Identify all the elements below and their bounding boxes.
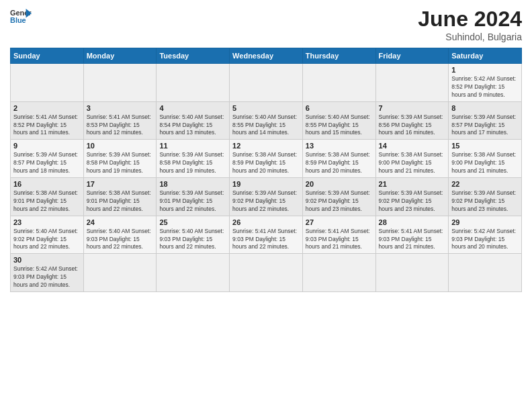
- day-number: 20: [306, 180, 373, 188]
- day-info: Sunrise: 5:38 AM Sunset: 9:00 PM Dayligh…: [451, 151, 519, 175]
- day-info: Sunrise: 5:38 AM Sunset: 9:01 PM Dayligh…: [87, 189, 154, 214]
- day-number: 16: [13, 180, 81, 188]
- table-row: 22Sunrise: 5:39 AM Sunset: 9:02 PM Dayli…: [449, 178, 522, 216]
- table-row: 21Sunrise: 5:39 AM Sunset: 9:02 PM Dayli…: [375, 178, 449, 216]
- table-row: 24Sunrise: 5:40 AM Sunset: 9:03 PM Dayli…: [83, 216, 157, 254]
- day-number: 22: [451, 180, 519, 188]
- table-row: [449, 254, 522, 292]
- header-wednesday: Wednesday: [230, 48, 303, 64]
- day-number: 9: [13, 142, 81, 150]
- generalblue-logo-icon: General Blue: [10, 7, 32, 26]
- table-row: [157, 254, 230, 292]
- header-sunday: Sunday: [11, 48, 84, 64]
- table-row: [83, 254, 157, 292]
- table-row: 8Sunrise: 5:39 AM Sunset: 8:57 PM Daylig…: [449, 101, 522, 140]
- day-info: Sunrise: 5:38 AM Sunset: 9:01 PM Dayligh…: [13, 189, 81, 214]
- week-row-4: 16Sunrise: 5:38 AM Sunset: 9:01 PM Dayli…: [11, 178, 522, 216]
- table-row: 6Sunrise: 5:40 AM Sunset: 8:55 PM Daylig…: [302, 101, 375, 140]
- day-number: 26: [232, 218, 300, 226]
- day-info: Sunrise: 5:39 AM Sunset: 8:58 PM Dayligh…: [87, 151, 154, 175]
- table-row: 20Sunrise: 5:39 AM Sunset: 9:02 PM Dayli…: [302, 178, 375, 216]
- day-number: 30: [13, 256, 81, 264]
- day-info: Sunrise: 5:40 AM Sunset: 9:02 PM Dayligh…: [13, 228, 81, 252]
- day-number: 3: [87, 104, 154, 112]
- day-info: Sunrise: 5:40 AM Sunset: 9:03 PM Dayligh…: [87, 228, 154, 252]
- table-row: 19Sunrise: 5:39 AM Sunset: 9:02 PM Dayli…: [230, 178, 303, 216]
- table-row: 12Sunrise: 5:38 AM Sunset: 8:59 PM Dayli…: [230, 140, 303, 178]
- day-info: Sunrise: 5:38 AM Sunset: 8:59 PM Dayligh…: [232, 151, 300, 175]
- day-number: 21: [379, 180, 446, 188]
- day-number: 27: [306, 218, 373, 226]
- day-info: Sunrise: 5:41 AM Sunset: 9:03 PM Dayligh…: [379, 228, 446, 252]
- table-row: 3Sunrise: 5:41 AM Sunset: 8:53 PM Daylig…: [83, 101, 157, 140]
- table-row: 29Sunrise: 5:42 AM Sunset: 9:03 PM Dayli…: [449, 216, 522, 254]
- table-row: [302, 64, 375, 102]
- day-number: 11: [159, 142, 226, 150]
- table-row: 7Sunrise: 5:39 AM Sunset: 8:56 PM Daylig…: [375, 101, 449, 140]
- day-info: Sunrise: 5:42 AM Sunset: 8:52 PM Dayligh…: [451, 75, 519, 99]
- day-info: Sunrise: 5:39 AM Sunset: 8:57 PM Dayligh…: [13, 151, 81, 175]
- day-info: Sunrise: 5:41 AM Sunset: 9:03 PM Dayligh…: [306, 228, 373, 252]
- table-row: 25Sunrise: 5:40 AM Sunset: 9:03 PM Dayli…: [157, 216, 230, 254]
- day-info: Sunrise: 5:41 AM Sunset: 8:52 PM Dayligh…: [13, 113, 81, 138]
- table-row: 30Sunrise: 5:42 AM Sunset: 9:03 PM Dayli…: [11, 254, 84, 292]
- table-row: [230, 254, 303, 292]
- table-row: 23Sunrise: 5:40 AM Sunset: 9:02 PM Dayli…: [11, 216, 84, 254]
- day-info: Sunrise: 5:41 AM Sunset: 9:03 PM Dayligh…: [232, 228, 300, 252]
- header: General Blue June 2024 Suhindol, Bulgari…: [10, 7, 522, 42]
- header-saturday: Saturday: [449, 48, 522, 64]
- week-row-1: 1Sunrise: 5:42 AM Sunset: 8:52 PM Daylig…: [11, 64, 522, 102]
- day-number: 1: [451, 66, 519, 74]
- location-subtitle: Suhindol, Bulgaria: [418, 32, 522, 42]
- header-tuesday: Tuesday: [157, 48, 230, 64]
- table-row: 16Sunrise: 5:38 AM Sunset: 9:01 PM Dayli…: [11, 178, 84, 216]
- day-number: 19: [232, 180, 300, 188]
- day-number: 29: [451, 218, 519, 226]
- table-row: 27Sunrise: 5:41 AM Sunset: 9:03 PM Dayli…: [302, 216, 375, 254]
- table-row: 15Sunrise: 5:38 AM Sunset: 9:00 PM Dayli…: [449, 140, 522, 178]
- day-info: Sunrise: 5:40 AM Sunset: 8:55 PM Dayligh…: [232, 113, 300, 138]
- day-number: 6: [306, 104, 373, 112]
- day-info: Sunrise: 5:39 AM Sunset: 9:02 PM Dayligh…: [451, 189, 519, 214]
- day-number: 18: [159, 180, 226, 188]
- day-number: 14: [379, 142, 446, 150]
- day-info: Sunrise: 5:40 AM Sunset: 8:54 PM Dayligh…: [159, 113, 226, 138]
- day-info: Sunrise: 5:39 AM Sunset: 9:02 PM Dayligh…: [379, 189, 446, 214]
- svg-text:Blue: Blue: [10, 16, 26, 24]
- week-row-2: 2Sunrise: 5:41 AM Sunset: 8:52 PM Daylig…: [11, 101, 522, 140]
- day-number: 28: [379, 218, 446, 226]
- table-row: [230, 64, 303, 102]
- day-number: 7: [379, 104, 446, 112]
- table-row: [375, 254, 449, 292]
- page: General Blue June 2024 Suhindol, Bulgari…: [0, 0, 532, 411]
- header-friday: Friday: [375, 48, 449, 64]
- week-row-3: 9Sunrise: 5:39 AM Sunset: 8:57 PM Daylig…: [11, 140, 522, 178]
- day-info: Sunrise: 5:42 AM Sunset: 9:03 PM Dayligh…: [451, 228, 519, 252]
- day-number: 8: [451, 104, 519, 112]
- week-row-6: 30Sunrise: 5:42 AM Sunset: 9:03 PM Dayli…: [11, 254, 522, 292]
- logo: General Blue: [10, 7, 32, 26]
- day-info: Sunrise: 5:38 AM Sunset: 8:59 PM Dayligh…: [306, 151, 373, 175]
- table-row: 5Sunrise: 5:40 AM Sunset: 8:55 PM Daylig…: [230, 101, 303, 140]
- table-row: 1Sunrise: 5:42 AM Sunset: 8:52 PM Daylig…: [449, 64, 522, 102]
- month-year-title: June 2024: [418, 7, 522, 32]
- table-row: 28Sunrise: 5:41 AM Sunset: 9:03 PM Dayli…: [375, 216, 449, 254]
- day-info: Sunrise: 5:39 AM Sunset: 9:01 PM Dayligh…: [159, 189, 226, 214]
- day-info: Sunrise: 5:39 AM Sunset: 9:02 PM Dayligh…: [232, 189, 300, 214]
- day-number: 17: [87, 180, 154, 188]
- table-row: [375, 64, 449, 102]
- table-row: [157, 64, 230, 102]
- table-row: 17Sunrise: 5:38 AM Sunset: 9:01 PM Dayli…: [83, 178, 157, 216]
- table-row: 26Sunrise: 5:41 AM Sunset: 9:03 PM Dayli…: [230, 216, 303, 254]
- table-row: [302, 254, 375, 292]
- calendar-table: Sunday Monday Tuesday Wednesday Thursday…: [10, 48, 522, 292]
- table-row: 10Sunrise: 5:39 AM Sunset: 8:58 PM Dayli…: [83, 140, 157, 178]
- day-number: 15: [451, 142, 519, 150]
- day-number: 10: [87, 142, 154, 150]
- header-monday: Monday: [83, 48, 157, 64]
- day-number: 4: [159, 104, 226, 112]
- title-block: June 2024 Suhindol, Bulgaria: [418, 7, 522, 42]
- table-row: 13Sunrise: 5:38 AM Sunset: 8:59 PM Dayli…: [302, 140, 375, 178]
- table-row: 9Sunrise: 5:39 AM Sunset: 8:57 PM Daylig…: [11, 140, 84, 178]
- day-number: 5: [232, 104, 300, 112]
